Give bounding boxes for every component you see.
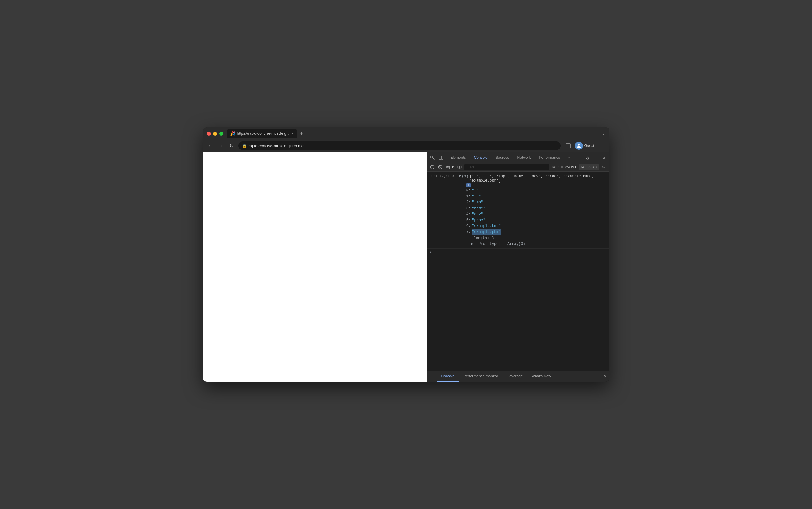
item-val: ".." (472, 194, 481, 200)
profile-avatar (575, 142, 583, 150)
ban-icon[interactable] (437, 164, 444, 170)
item-key: 3: (466, 206, 471, 211)
devtools-icon-buttons (427, 155, 447, 162)
no-issues-button[interactable]: No Issues (579, 164, 599, 170)
maximize-button[interactable] (219, 132, 223, 136)
tab-chevron-icon[interactable]: ⌄ (602, 131, 605, 136)
bottom-tab-console[interactable]: Console (437, 371, 459, 382)
log-entry: script.js:10 ▼ (8) ['.', '..', 'tmp', 'h… (427, 173, 609, 249)
context-selector[interactable]: top ▾ (445, 164, 455, 170)
devtools-bottom-tabs: ⋮ Console Performance monitor Coverage W… (427, 371, 609, 382)
array-count: (8) (462, 174, 468, 178)
inspect-element-button[interactable] (430, 155, 436, 162)
main-content: Elements Console Sources Network Perform… (203, 152, 609, 382)
prompt-chevron-icon: › (430, 250, 432, 254)
tab-performance[interactable]: Performance (535, 154, 564, 162)
list-item: 1: ".." (466, 194, 607, 200)
tab-title: https://rapid-concise-muscle.g... (237, 131, 289, 136)
tab-console[interactable]: Console (470, 154, 491, 162)
svg-line-9 (439, 166, 442, 168)
devtools-tab-list: Elements Console Sources Network Perform… (447, 154, 583, 162)
list-item: 5: "proc" (466, 217, 607, 223)
item-key: 5: (466, 217, 471, 223)
prototype-toggle[interactable]: ▶ (471, 241, 473, 247)
item-val: "home" (472, 206, 485, 211)
title-bar: 🎉 https://rapid-concise-muscle.g... × + … (203, 127, 609, 140)
eye-button[interactable] (456, 164, 463, 170)
forward-button[interactable]: → (217, 143, 225, 148)
toolbar-right: Guest ⋮ (564, 141, 605, 150)
profile-button[interactable]: Guest (575, 142, 594, 150)
array-preview: ['.', '..', 'tmp', 'home', 'dev', 'proc'… (470, 174, 607, 183)
bottom-tab-coverage[interactable]: Coverage (502, 371, 527, 382)
traffic-lights (207, 132, 223, 136)
browser-tab[interactable]: 🎉 https://rapid-concise-muscle.g... × (227, 129, 297, 138)
minimize-button[interactable] (213, 132, 217, 136)
item-key: 1: (466, 194, 471, 200)
array-toggle[interactable]: ▼ (459, 174, 461, 178)
devtools-settings-button[interactable]: ⚙ (585, 155, 591, 162)
bottom-tab-performance-monitor[interactable]: Performance monitor (459, 371, 502, 382)
svg-point-10 (458, 166, 461, 168)
devtools-more-button[interactable]: ⋮ (592, 155, 599, 162)
devtools-close-button[interactable]: × (600, 155, 607, 162)
profile-name: Guest (584, 144, 594, 148)
clear-console-button[interactable] (429, 164, 436, 170)
svg-point-11 (459, 167, 460, 168)
item-val: "." (472, 188, 479, 194)
address-bar: ← → ↻ 🔒 rapid-concise-muscle.glitch.me G… (203, 140, 609, 152)
array-items: i 0: "." 1: ".." 2: (459, 183, 607, 247)
address-input[interactable]: 🔒 rapid-concise-muscle.glitch.me (239, 141, 561, 150)
devtools-panel: Elements Console Sources Network Perform… (427, 152, 609, 382)
bottom-dots-button[interactable]: ⋮ (427, 373, 437, 379)
item-key: 0: (466, 188, 471, 194)
close-button[interactable] (207, 132, 211, 136)
device-toggle-button[interactable] (438, 155, 444, 162)
item-val-highlighted: "example.pbm" (472, 229, 501, 235)
item-val: "example.bmp" (472, 223, 501, 229)
back-button[interactable]: ← (207, 143, 214, 148)
tab-close-button[interactable]: × (291, 131, 294, 136)
default-levels-button[interactable]: Default levels ▾ (551, 164, 577, 170)
webpage-area (203, 152, 427, 382)
console-prompt[interactable]: › (427, 249, 609, 256)
svg-rect-5 (442, 157, 443, 159)
list-item: 0: "." (466, 188, 607, 194)
svg-rect-4 (439, 156, 442, 159)
console-toolbar: top ▾ Default levels ▾ No Iss (427, 163, 609, 172)
bottom-tab-whats-new[interactable]: What's New (527, 371, 556, 382)
context-label: top (446, 165, 451, 169)
length-line: length: 8 (466, 235, 607, 241)
log-source[interactable]: script.js:10 (427, 173, 457, 248)
tab-bar: 🎉 https://rapid-concise-muscle.g... × + (227, 129, 602, 138)
prototype-line: ▶ [[Prototype]]: Array(0) (466, 241, 607, 247)
browser-window: 🎉 https://rapid-concise-muscle.g... × + … (203, 127, 609, 382)
refresh-button[interactable]: ↻ (228, 143, 235, 149)
svg-line-3 (432, 157, 435, 160)
lock-icon: 🔒 (242, 144, 247, 148)
console-settings-button[interactable]: ⚙ (600, 164, 607, 170)
devtools-actions: ⚙ ⋮ × (583, 155, 609, 162)
info-badge: i (466, 183, 471, 188)
devtools-toggle-button[interactable] (564, 141, 572, 150)
item-key: 2: (466, 200, 471, 205)
console-output: script.js:10 ▼ (8) ['.', '..', 'tmp', 'h… (427, 172, 609, 371)
item-key: 6: (466, 223, 471, 229)
tab-sources[interactable]: Sources (492, 154, 513, 162)
item-key: 7: (466, 229, 471, 235)
tab-elements[interactable]: Elements (447, 154, 470, 162)
array-header: ▼ (8) ['.', '..', 'tmp', 'home', 'dev', … (459, 174, 607, 183)
bottom-close-button[interactable]: × (601, 374, 609, 379)
list-item: 6: "example.bmp" (466, 223, 607, 229)
context-arrow-icon: ▾ (452, 165, 454, 169)
item-key: 4: (466, 211, 471, 217)
tab-more[interactable]: » (564, 154, 574, 162)
tab-network[interactable]: Network (513, 154, 535, 162)
list-item: 3: "home" (466, 206, 607, 211)
filter-input-wrap (464, 164, 549, 170)
new-tab-button[interactable]: + (298, 130, 305, 137)
filter-input[interactable] (466, 165, 547, 169)
chrome-menu-button[interactable]: ⋮ (597, 141, 605, 150)
address-text: rapid-concise-muscle.glitch.me (249, 144, 304, 148)
tab-favicon: 🎉 (230, 131, 235, 136)
